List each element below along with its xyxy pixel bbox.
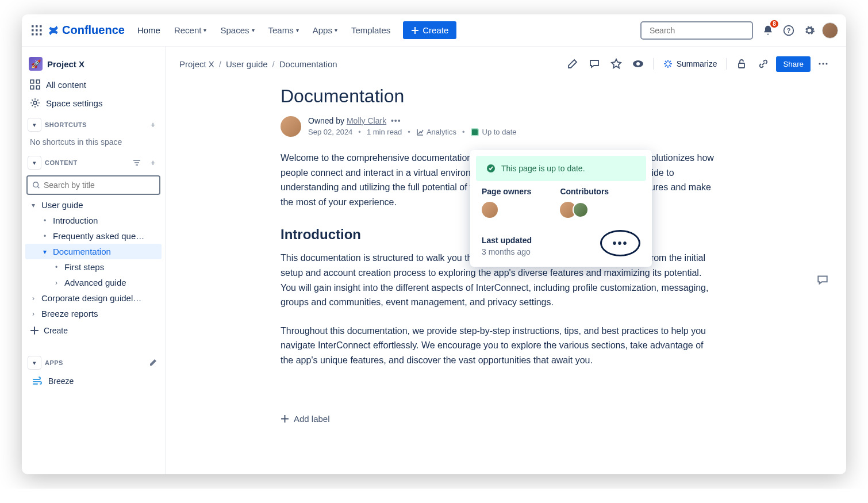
link-icon[interactable] xyxy=(754,55,773,73)
plus-icon xyxy=(281,414,289,423)
filter-icon[interactable] xyxy=(130,156,143,169)
check-circle-icon xyxy=(486,164,496,173)
breadcrumb-parent[interactable]: User guide xyxy=(226,59,268,69)
edit-icon[interactable] xyxy=(563,55,582,73)
watch-icon[interactable] xyxy=(629,55,647,73)
svg-rect-7 xyxy=(36,33,38,36)
create-button[interactable]: Create xyxy=(403,21,456,39)
apps-toggle[interactable]: ▾ xyxy=(28,356,41,370)
space-header[interactable]: 🚀 Project X xyxy=(25,52,162,75)
nav-spaces[interactable]: Spaces▾ xyxy=(214,22,260,39)
svg-rect-6 xyxy=(32,33,34,36)
space-icon: 🚀 xyxy=(29,57,43,71)
svg-rect-14 xyxy=(30,86,34,89)
star-icon[interactable] xyxy=(607,55,625,73)
more-icon[interactable] xyxy=(814,55,832,73)
shortcuts-toggle[interactable]: ▾ xyxy=(28,118,41,132)
tree-faq[interactable]: Frequently asked que… xyxy=(25,228,162,244)
analytics-link[interactable]: Analytics xyxy=(416,128,456,136)
content-toggle[interactable]: ▾ xyxy=(28,156,41,170)
top-nav: Confluence Home Recent▾ Spaces▾ Teams▾ A… xyxy=(22,14,846,47)
svg-rect-4 xyxy=(36,29,38,32)
notifications-icon[interactable]: 8 xyxy=(759,21,777,40)
sidebar-space-settings[interactable]: Space settings xyxy=(25,94,162,112)
chevron-down-icon: ▾ xyxy=(335,27,337,33)
svg-point-16 xyxy=(33,101,37,105)
summarize-button[interactable]: Summarize xyxy=(659,56,721,71)
svg-rect-0 xyxy=(32,25,34,28)
nav-apps[interactable]: Apps▾ xyxy=(307,22,343,39)
restrictions-icon[interactable] xyxy=(732,55,751,73)
last-updated-label: Last updated xyxy=(482,236,532,245)
contributor-avatar[interactable] xyxy=(573,202,589,218)
popover-more-button[interactable]: ••• xyxy=(600,230,640,256)
app-breeze[interactable]: Breeze xyxy=(25,372,162,390)
contributors-label: Contributors xyxy=(560,187,609,196)
profile-avatar[interactable] xyxy=(821,21,839,40)
product-name: Confluence xyxy=(62,24,125,37)
tree-documentation[interactable]: ▾Documentation xyxy=(25,244,162,259)
help-icon[interactable]: ? xyxy=(779,21,798,40)
comment-icon[interactable] xyxy=(585,55,604,73)
apps-label: APPS xyxy=(45,359,143,366)
main-content: Project X / User guide / Documentation S… xyxy=(166,47,846,474)
nav-recent[interactable]: Recent▾ xyxy=(168,22,213,39)
svg-point-17 xyxy=(33,182,39,187)
status-popover: This page is up to date. Page owners Con… xyxy=(470,150,652,267)
breadcrumb-space[interactable]: Project X xyxy=(179,59,214,69)
svg-text:?: ? xyxy=(787,27,791,34)
sidebar-all-content[interactable]: All content xyxy=(25,75,162,94)
owner-link[interactable]: Molly Clark xyxy=(347,116,386,125)
ai-icon xyxy=(663,59,673,69)
tree-user-guide[interactable]: ▾User guide xyxy=(25,197,162,213)
read-time: 1 min read xyxy=(367,128,402,136)
confluence-logo[interactable]: Confluence xyxy=(47,24,125,37)
app-switcher-icon[interactable] xyxy=(29,22,45,39)
tree-advanced[interactable]: ›Advanced guide xyxy=(25,275,162,290)
grid-icon xyxy=(30,79,40,90)
owned-by-label: Owned by xyxy=(308,116,347,125)
svg-point-22 xyxy=(822,63,824,64)
notification-badge: 8 xyxy=(770,20,778,28)
add-content-icon[interactable]: + xyxy=(147,156,159,169)
tree-corp[interactable]: ›Corporate design guidel… xyxy=(25,290,162,306)
add-shortcut-icon[interactable]: + xyxy=(147,118,159,131)
tree-first-steps[interactable]: First steps xyxy=(25,259,162,275)
add-label-button[interactable]: Add label xyxy=(281,414,717,424)
status-dot-icon xyxy=(471,128,479,136)
edit-apps-icon[interactable] xyxy=(147,356,159,369)
inline-comment-icon[interactable] xyxy=(816,274,829,286)
search-box[interactable] xyxy=(640,21,753,40)
nav-templates[interactable]: Templates xyxy=(345,22,396,39)
chevron-down-icon: ▾ xyxy=(203,27,206,33)
owner-avatar[interactable] xyxy=(281,116,301,137)
popover-banner: This page is up to date. xyxy=(476,156,646,181)
nav-teams[interactable]: Teams▾ xyxy=(263,22,305,39)
page-title: Documentation xyxy=(281,86,717,107)
body-paragraph: Throughout this documentation, we provid… xyxy=(281,324,717,368)
no-shortcuts-text: No shortcuts in this space xyxy=(25,134,162,150)
breadcrumb-current[interactable]: Documentation xyxy=(279,59,337,69)
svg-point-19 xyxy=(636,62,640,66)
search-input[interactable] xyxy=(650,26,750,35)
svg-rect-8 xyxy=(40,33,42,36)
content-filter[interactable] xyxy=(26,175,160,195)
sidebar-create[interactable]: Create xyxy=(25,321,162,340)
page-date: Sep 02, 2024 xyxy=(308,128,352,136)
tree-breeze-reports[interactable]: ›Breeze reports xyxy=(25,306,162,321)
nav-home[interactable]: Home xyxy=(132,22,166,39)
status-chip[interactable]: Up to date xyxy=(471,128,517,136)
share-button[interactable]: Share xyxy=(776,56,811,72)
svg-rect-5 xyxy=(40,29,42,32)
owner-more-icon[interactable]: ••• xyxy=(391,116,401,125)
svg-rect-1 xyxy=(36,25,38,28)
tree-introduction[interactable]: Introduction xyxy=(25,213,162,228)
svg-rect-15 xyxy=(36,86,40,89)
shortcuts-label: SHORTCUTS xyxy=(45,121,143,128)
breeze-icon xyxy=(32,376,43,386)
last-updated-value: 3 months ago xyxy=(482,247,532,256)
content-filter-input[interactable] xyxy=(44,181,155,190)
plus-icon xyxy=(30,326,39,335)
settings-icon[interactable] xyxy=(800,21,819,40)
owner-avatar-small[interactable] xyxy=(482,202,498,218)
